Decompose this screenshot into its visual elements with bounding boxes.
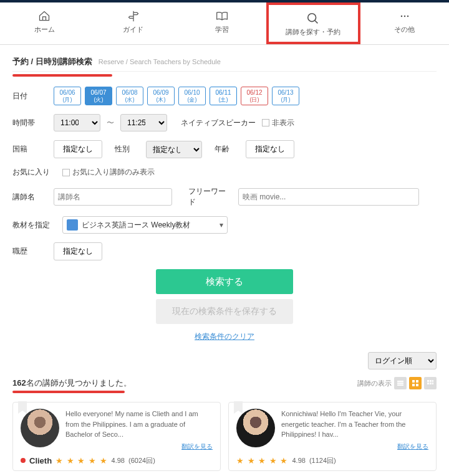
- material-label: 教材を指定: [12, 220, 56, 231]
- date-chip-4[interactable]: 06/10(金): [178, 87, 206, 105]
- rating-stars: ★ ★ ★ ★ ★: [236, 456, 288, 465]
- hide-native-checkbox[interactable]: 非表示: [262, 118, 294, 128]
- native-label: ネイティブスピーカー: [181, 118, 256, 128]
- home-icon: [0, 9, 89, 24]
- bookmark-icon[interactable]: [233, 401, 244, 415]
- date-label: 日付: [12, 91, 47, 102]
- time-to-select[interactable]: 11:25: [120, 114, 167, 131]
- svg-point-2: [404, 16, 406, 17]
- favorite-label: お気に入り: [12, 167, 56, 178]
- nationality-label: 国籍: [12, 144, 47, 155]
- career-label: 職歴: [12, 246, 47, 257]
- svg-rect-12: [430, 380, 432, 382]
- material-icon: [67, 219, 78, 231]
- date-chips: 06/06(月) 06/07(火) 06/08(水) 06/09(木) 06/1…: [54, 87, 299, 105]
- rating-count: (6024回): [128, 456, 155, 465]
- material-select[interactable]: ビジネス英語コース Weekly教材 ▾: [62, 216, 228, 234]
- freeword-label: フリーワード: [188, 186, 232, 207]
- svg-rect-14: [427, 383, 429, 384]
- page-subtitle: Reserve / Search Teachers by Schedule: [99, 58, 221, 65]
- svg-rect-8: [416, 380, 418, 383]
- time-from-select[interactable]: 11:00: [54, 114, 100, 131]
- svg-rect-9: [412, 384, 415, 386]
- results-underline: [12, 391, 125, 393]
- teacher-card[interactable]: Hello everyone! My name is Clieth and I …: [12, 402, 221, 471]
- date-chip-0[interactable]: 06/06(月): [54, 87, 81, 105]
- svg-rect-13: [432, 380, 433, 382]
- age-button[interactable]: 指定なし: [246, 140, 294, 158]
- search-button[interactable]: 検索する: [156, 269, 293, 294]
- svg-point-3: [407, 16, 409, 17]
- bookmark-icon[interactable]: [17, 401, 28, 415]
- result-count: 162名の講師が見つかりました。: [12, 378, 132, 389]
- save-conditions-button: 現在の検索条件を保存する: [156, 299, 293, 324]
- teacher-intro: Hello everyone! My name is Clieth and I …: [65, 409, 213, 440]
- nav-study[interactable]: 学習: [178, 2, 266, 44]
- date-chip-3[interactable]: 06/09(木): [147, 87, 175, 105]
- page-title: 予約 / 日時別講師検索: [12, 56, 92, 67]
- nav-search-teacher[interactable]: 講師を探す・予約: [266, 2, 360, 44]
- view-list-button[interactable]: [394, 377, 407, 389]
- rating-value: 4.98: [292, 457, 305, 464]
- search-icon: [269, 11, 357, 26]
- clear-conditions-link[interactable]: 検索条件のクリア: [12, 331, 437, 342]
- nav-home[interactable]: ホーム: [0, 2, 89, 44]
- teacher-intro: Konnichiwa! Hello I'm Teacher Vie, your …: [281, 409, 428, 440]
- career-button[interactable]: 指定なし: [54, 242, 102, 260]
- nationality-button[interactable]: 指定なし: [54, 140, 102, 158]
- age-label: 年齢: [215, 144, 239, 155]
- svg-point-1: [401, 16, 403, 17]
- svg-rect-10: [416, 384, 418, 386]
- svg-point-0: [308, 14, 316, 22]
- more-icon: [360, 9, 449, 24]
- top-nav: ホーム ガイド 学習 講師を探す・予約 その他: [0, 2, 449, 45]
- svg-rect-11: [427, 380, 429, 382]
- date-chip-5[interactable]: 06/11(土): [210, 87, 237, 105]
- svg-rect-16: [432, 383, 433, 384]
- title-underline: [12, 74, 112, 77]
- date-chip-6[interactable]: 06/12(日): [241, 87, 268, 105]
- view-toggle: 講師の表示: [357, 377, 437, 389]
- rating-stars: ★ ★ ★ ★ ★: [56, 456, 107, 465]
- rating-value: 4.98: [112, 457, 125, 464]
- view-translation-link[interactable]: 翻訳を見る: [281, 442, 428, 451]
- svg-rect-5: [397, 383, 403, 384]
- date-chip-7[interactable]: 06/13(月): [272, 87, 299, 105]
- nav-guide[interactable]: ガイド: [89, 2, 177, 44]
- svg-rect-7: [412, 380, 415, 383]
- teacher-name: Clieth: [29, 456, 52, 465]
- time-separator: 〜: [107, 118, 114, 128]
- teacher-name-label: 講師名: [12, 192, 47, 202]
- view-translation-link[interactable]: 翻訳を見る: [65, 442, 213, 451]
- signpost-icon: [89, 9, 177, 24]
- teacher-card[interactable]: Konnichiwa! Hello I'm Teacher Vie, your …: [228, 402, 437, 471]
- time-label: 時間帯: [12, 118, 47, 128]
- svg-rect-4: [397, 381, 403, 382]
- rating-count: (1124回): [309, 456, 336, 465]
- date-chip-2[interactable]: 06/08(水): [116, 87, 143, 105]
- date-chip-1[interactable]: 06/07(火): [85, 87, 112, 105]
- view-compact-button[interactable]: [424, 377, 437, 389]
- svg-rect-6: [397, 384, 403, 386]
- chevron-down-icon: ▾: [220, 221, 223, 229]
- sort-select[interactable]: ログイン順: [368, 352, 437, 369]
- teacher-name-input[interactable]: [54, 188, 172, 206]
- book-icon: [178, 9, 266, 24]
- gender-label: 性別: [115, 144, 140, 155]
- gender-select[interactable]: 指定なし: [146, 141, 202, 158]
- nav-other[interactable]: その他: [360, 2, 449, 44]
- view-grid-button[interactable]: [409, 377, 422, 389]
- status-dot: [21, 458, 26, 463]
- svg-rect-15: [430, 383, 432, 384]
- freeword-input[interactable]: [238, 188, 419, 206]
- favorite-only-checkbox[interactable]: お気に入り講師のみ表示: [62, 167, 155, 178]
